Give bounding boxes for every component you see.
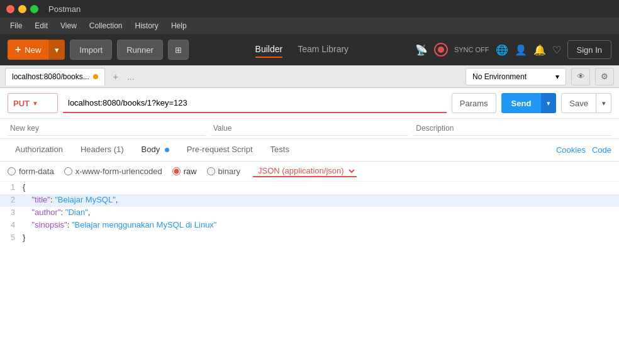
value-title: "Belajar MySQL" <box>55 195 116 204</box>
menu-collection[interactable]: Collection <box>84 20 128 31</box>
tab-modified-dot <box>93 74 98 79</box>
env-eye-button[interactable]: 👁 <box>571 68 590 85</box>
binary-option[interactable]: binary <box>207 167 240 176</box>
maximize-button[interactable] <box>30 5 38 13</box>
main-content: localhost:8080/books... + ... No Environ… <box>0 65 619 364</box>
code-link[interactable]: Code <box>592 145 611 155</box>
globe-icon[interactable]: 🌐 <box>496 44 508 56</box>
save-button[interactable]: Save <box>561 93 596 113</box>
request-tab[interactable]: localhost:8080/books... <box>5 68 105 85</box>
body-dot <box>165 148 169 152</box>
new-dropdown-button[interactable]: ▾ <box>48 40 65 60</box>
plus-icon: + <box>15 44 21 55</box>
urlencoded-radio[interactable] <box>64 167 72 175</box>
code-editor: 1 { 2 "title": "Belajar MySQL", 3 "autho… <box>0 182 619 364</box>
line-number-1: 1 <box>0 183 23 192</box>
raw-radio[interactable] <box>172 167 181 175</box>
env-settings-button[interactable]: ⚙ <box>595 68 614 85</box>
menubar: File Edit View Collection History Help <box>0 18 619 34</box>
cookies-link[interactable]: Cookies <box>556 145 586 155</box>
save-dropdown-button[interactable]: ▾ <box>596 93 611 113</box>
tab-pre-request[interactable]: Pre-request Script <box>179 140 260 160</box>
nav-tabs: Builder Team Library <box>194 41 410 58</box>
extra-button[interactable]: ⊞ <box>168 40 189 60</box>
minimize-button[interactable] <box>18 5 26 13</box>
send-dropdown-button[interactable]: ▾ <box>541 93 556 113</box>
form-data-radio[interactable] <box>8 167 16 175</box>
toolbar-right: 📡 SYNC OFF 🌐 👤 🔔 ♡ Sign In <box>415 40 611 59</box>
bell-icon[interactable]: 🔔 <box>533 44 546 56</box>
send-button-group[interactable]: Send ▾ <box>501 93 557 113</box>
tab-builder[interactable]: Builder <box>255 41 283 58</box>
new-button[interactable]: + New <box>8 40 48 60</box>
add-tab-button[interactable]: + <box>110 70 121 83</box>
titlebar: Postman <box>0 0 619 18</box>
tab-headers[interactable]: Headers (1) <box>73 140 131 160</box>
tab-actions[interactable]: + ... <box>110 70 138 83</box>
line-number-4: 4 <box>0 221 23 229</box>
tab-authorization[interactable]: Authorization <box>8 140 70 160</box>
method-select[interactable]: PUT <box>8 93 58 113</box>
environment-select[interactable]: No Environment ▾ <box>466 68 566 85</box>
line-number-2: 2 <box>0 196 23 204</box>
more-tabs-button[interactable]: ... <box>124 70 138 83</box>
antenna-icon[interactable]: 📡 <box>415 44 428 56</box>
urlencoded-option[interactable]: x-www-form-urlencoded <box>64 167 162 176</box>
sub-tabs: Authorization Headers (1) Body Pre-reque… <box>0 139 619 162</box>
user-icon[interactable]: 👤 <box>515 44 527 56</box>
runner-button[interactable]: Runner <box>117 40 163 60</box>
code-line-1: 1 { <box>0 182 619 194</box>
new-button-group[interactable]: + New ▾ <box>8 40 65 60</box>
toolbar: + New ▾ Import Runner ⊞ Builder Team Lib… <box>0 34 619 65</box>
env-chevron: ▾ <box>555 72 559 81</box>
params-row <box>0 119 619 139</box>
menu-view[interactable]: View <box>55 20 82 31</box>
env-label: No Environment <box>472 72 527 81</box>
tab-right: No Environment ▾ 👁 ⚙ <box>466 68 614 85</box>
close-brace: } <box>23 233 25 242</box>
tab-team-library[interactable]: Team Library <box>298 41 349 58</box>
tab-tests[interactable]: Tests <box>263 140 297 160</box>
params-button[interactable]: Params <box>452 93 496 113</box>
app-title: Postman <box>48 4 81 14</box>
method-label: PUT <box>13 99 30 108</box>
window-controls[interactable] <box>6 5 38 13</box>
line-number-5: 5 <box>0 233 23 242</box>
description-input[interactable] <box>413 121 611 136</box>
key-input[interactable] <box>8 121 206 136</box>
menu-help[interactable]: Help <box>166 20 192 31</box>
line-number-3: 3 <box>0 208 23 217</box>
import-button[interactable]: Import <box>70 40 112 60</box>
menu-history[interactable]: History <box>130 20 164 31</box>
value-sinopsis: "Belajar menggunakan MySQL di Linux" <box>72 220 217 229</box>
menu-edit[interactable]: Edit <box>30 20 53 31</box>
heart-icon[interactable]: ♡ <box>552 44 561 56</box>
raw-label: raw <box>184 167 197 176</box>
json-format-select[interactable]: JSON (application/json) <box>253 165 357 177</box>
tab-body[interactable]: Body <box>134 140 177 160</box>
save-button-group[interactable]: Save ▾ <box>561 93 611 113</box>
key-sinopsis: "sinopsis" <box>31 220 67 229</box>
code-line-4: 4 "sinopsis": "Belajar menggunakan MySQL… <box>0 219 619 232</box>
send-button[interactable]: Send <box>501 93 542 113</box>
sub-tabs-right: Cookies Code <box>556 145 611 155</box>
key-author: "author" <box>31 207 60 217</box>
sync-inner-dot <box>438 47 444 53</box>
sync-off-label: SYNC OFF <box>454 46 489 53</box>
sync-indicator[interactable] <box>434 43 448 57</box>
tab-bar: localhost:8080/books... + ... No Environ… <box>0 65 619 88</box>
value-author: "Dian" <box>65 207 88 217</box>
signin-button[interactable]: Sign In <box>567 40 611 59</box>
open-brace: { <box>23 182 25 192</box>
form-data-option[interactable]: form-data <box>8 167 54 176</box>
url-input[interactable] <box>63 93 447 113</box>
request-bar: PUT Params Send ▾ Save ▾ <box>0 88 619 119</box>
key-title: "title" <box>31 195 50 204</box>
tab-url-label: localhost:8080/books... <box>12 72 89 81</box>
binary-radio[interactable] <box>207 167 215 175</box>
code-line-2: 2 "title": "Belajar MySQL", <box>0 194 619 207</box>
raw-option[interactable]: raw <box>172 167 197 176</box>
menu-file[interactable]: File <box>5 20 27 31</box>
value-input[interactable] <box>211 121 409 136</box>
close-button[interactable] <box>6 5 14 13</box>
